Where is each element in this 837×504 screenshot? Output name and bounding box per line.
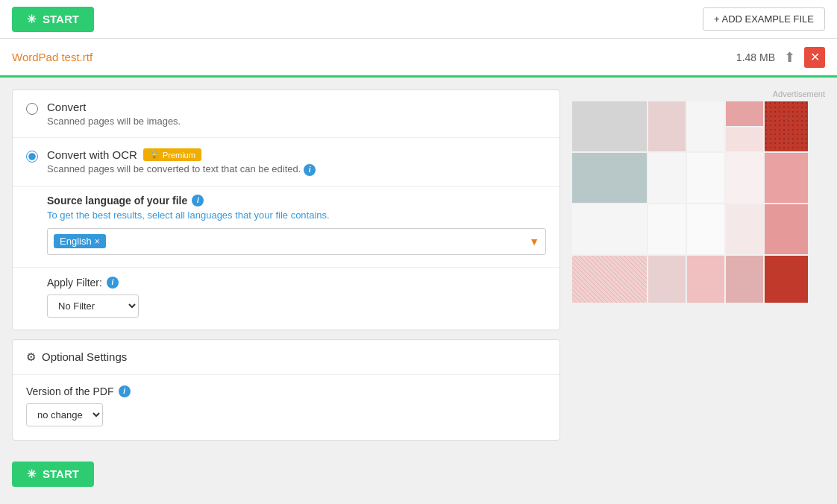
- header: ✳ START + ADD EXAMPLE FILE: [0, 0, 837, 39]
- optional-settings-label: Optional Settings: [42, 350, 127, 363]
- filter-select[interactable]: No Filter Greyscale Black & White Origin…: [47, 294, 139, 318]
- svg-rect-15: [765, 204, 808, 254]
- optional-settings-body: Version of the PDF i no change 1.4 1.5 1…: [13, 375, 559, 440]
- optional-gear-icon: ⚙: [26, 350, 36, 364]
- main-content: Convert Scanned pages will be images. Co…: [0, 78, 837, 453]
- lang-tag-close[interactable]: ×: [95, 236, 100, 247]
- svg-rect-17: [648, 256, 686, 303]
- start-label-bottom: START: [43, 467, 79, 480]
- svg-rect-10: [765, 153, 808, 203]
- svg-rect-22: [572, 256, 647, 303]
- svg-rect-2: [687, 101, 724, 151]
- convert-option-row: Convert Scanned pages will be images.: [13, 90, 559, 138]
- svg-rect-13: [687, 204, 724, 254]
- svg-rect-21: [765, 101, 808, 151]
- svg-rect-19: [726, 256, 763, 303]
- file-name: WordPad test.rtf: [12, 51, 727, 63]
- optional-settings-block: ⚙ Optional Settings Version of the PDF i…: [12, 339, 560, 441]
- svg-rect-6: [572, 153, 647, 203]
- convert-title: Convert: [47, 101, 546, 113]
- version-select[interactable]: no change 1.4 1.5 1.6 1.7: [26, 403, 103, 426]
- start-label-top: START: [43, 13, 79, 25]
- convert-radio[interactable]: [26, 103, 38, 115]
- start-button-bottom[interactable]: ✳ START: [12, 462, 94, 487]
- filter-info-icon[interactable]: i: [107, 277, 119, 289]
- svg-rect-7: [648, 153, 686, 203]
- lock-icon: 🔒: [149, 150, 160, 160]
- close-icon: ✕: [810, 50, 820, 64]
- convert-ocr-subtitle: Scanned pages will be converted to text …: [47, 163, 546, 176]
- svg-rect-3: [726, 101, 763, 126]
- filter-label: Apply Filter: i: [47, 277, 546, 289]
- gear-icon-top: ✳: [27, 13, 37, 26]
- optional-settings-header[interactable]: ⚙ Optional Settings: [13, 340, 559, 375]
- svg-rect-18: [687, 256, 724, 303]
- convert-ocr-option-row: Convert with OCR 🔒 Premium Scanned pages…: [13, 138, 559, 187]
- file-bar: WordPad test.rtf 1.48 MB ⬆ ✕: [0, 39, 837, 78]
- ad-graphic: [572, 101, 808, 303]
- source-lang-label: Source language of your file i: [47, 195, 546, 207]
- source-lang-hint: To get the best results, select all lang…: [47, 210, 546, 221]
- language-select-box[interactable]: English × ▼: [47, 228, 546, 255]
- right-panel: Advertisement: [572, 89, 825, 441]
- svg-rect-20: [765, 256, 808, 303]
- svg-rect-11: [572, 204, 647, 254]
- add-example-label: + ADD EXAMPLE FILE: [714, 13, 814, 25]
- svg-rect-5: [726, 127, 763, 151]
- version-info-icon[interactable]: i: [119, 385, 131, 397]
- convert-ocr-content: Convert with OCR 🔒 Premium Scanned pages…: [47, 148, 546, 176]
- add-example-button[interactable]: + ADD EXAMPLE FILE: [703, 7, 825, 31]
- gear-icon-bottom: ✳: [27, 467, 37, 481]
- svg-rect-9: [726, 153, 763, 203]
- svg-rect-8: [687, 153, 724, 203]
- convert-ocr-title: Convert with OCR 🔒 Premium: [47, 148, 546, 161]
- convert-subtitle: Scanned pages will be images.: [47, 116, 546, 127]
- file-close-button[interactable]: ✕: [804, 47, 825, 68]
- premium-badge: 🔒 Premium: [143, 148, 201, 161]
- file-size: 1.48 MB: [736, 51, 775, 63]
- ocr-info-icon[interactable]: i: [304, 164, 316, 176]
- conversion-options-card: Convert Scanned pages will be images. Co…: [12, 89, 560, 330]
- convert-option-content: Convert Scanned pages will be images.: [47, 101, 546, 127]
- svg-rect-14: [726, 204, 763, 254]
- upload-icon[interactable]: ⬆: [784, 49, 795, 66]
- filter-section: Apply Filter: i No Filter Greyscale Blac…: [13, 268, 559, 330]
- convert-ocr-radio[interactable]: [26, 151, 38, 163]
- bottom-bar: ✳ START: [0, 453, 837, 496]
- svg-rect-12: [648, 204, 686, 254]
- svg-rect-1: [648, 101, 686, 151]
- source-lang-info-icon[interactable]: i: [192, 195, 204, 207]
- left-panel: Convert Scanned pages will be images. Co…: [12, 89, 560, 441]
- svg-rect-0: [572, 101, 647, 151]
- version-label: Version of the PDF i: [26, 385, 546, 397]
- lang-dropdown-arrow: ▼: [529, 236, 539, 248]
- english-lang-tag: English ×: [54, 234, 106, 248]
- start-button-top[interactable]: ✳ START: [12, 7, 94, 32]
- ad-label: Advertisement: [572, 89, 825, 98]
- ocr-details-section: Source language of your file i To get th…: [13, 187, 559, 268]
